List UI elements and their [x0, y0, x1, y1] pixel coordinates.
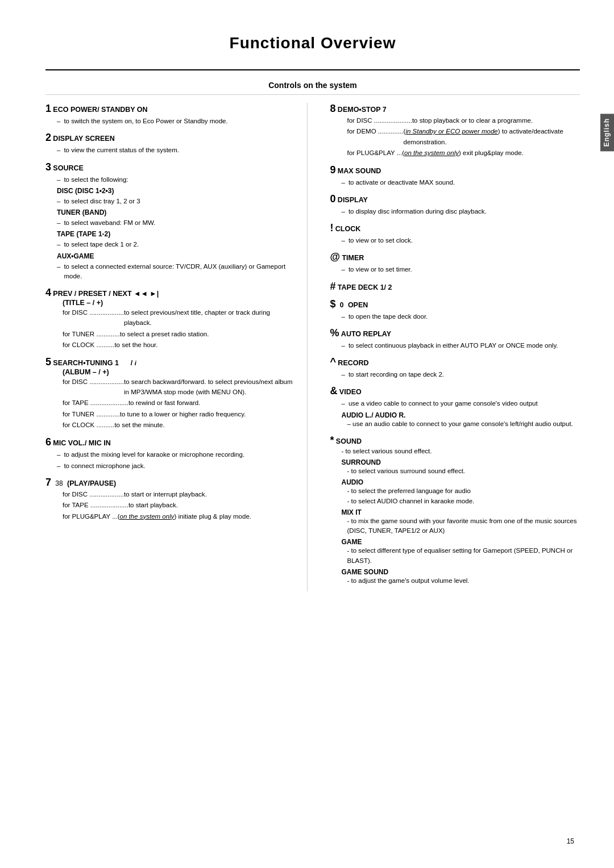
item-4-for3: for CLOCK .......... to set the hour.	[63, 340, 296, 350]
item-record-desc: – to start recording on tape deck 2.	[342, 370, 580, 379]
item-audio-desc2: - to select AUDIO channel in karaoke mod…	[347, 496, 580, 506]
item-3-text: to select the following:	[64, 175, 128, 185]
item-2-desc: – to view the current status of the syst…	[57, 145, 296, 155]
for-label: for TUNER .............	[63, 409, 120, 419]
item-audio-header: AUDIO	[342, 478, 580, 486]
dash-icon: –	[342, 341, 345, 350]
item-8-for3: for PLUG&PLAY ... (on the system only) e…	[347, 148, 580, 158]
item-3-sub4-desc: – to select a connected external source:…	[57, 262, 296, 282]
language-label: English	[600, 114, 614, 151]
item-7-sub-num: 38	[55, 479, 63, 487]
item-3-sub2-desc: – to select waveband: FM or MW.	[57, 218, 296, 228]
item-1-header: ECO POWER/ STANDBY ON	[53, 106, 147, 114]
item-timer-desc: – to view or to set timer.	[342, 265, 580, 274]
dash-icon: –	[342, 312, 345, 322]
for-text: to search backward/forward. to select pr…	[124, 377, 296, 398]
for-text: to set the minute.	[114, 420, 295, 430]
item-8-for2: for DEMO .............. (in Standby or E…	[347, 126, 580, 147]
dash-icon: –	[342, 265, 345, 274]
for-text: to rewind or fast forward.	[128, 398, 296, 408]
item-6-text1: to adjust the mixing level for karaoke o…	[64, 450, 244, 460]
for-label: for PLUG&PLAY ...	[63, 511, 118, 521]
item-6-number: 6	[45, 436, 51, 448]
item-7-for2: for TAPE ..................... to start …	[63, 500, 296, 510]
item-7-number: 7	[45, 477, 51, 488]
item-timer-text: to view or to set timer.	[349, 265, 412, 274]
item-game-desc: - to select different type of equaliser …	[347, 546, 580, 566]
item-6-header: MIC VOL./ MIC IN	[53, 439, 110, 447]
for-text: to start or interrupt playback.	[124, 489, 296, 499]
item-5-number: 5	[45, 356, 51, 368]
dash-icon: –	[57, 116, 60, 126]
item-audio-subheader: AUDIO L./ AUDIO R.	[342, 411, 580, 419]
for-text: (on the system only) initiate plug & pla…	[118, 511, 296, 521]
item-1-desc: – to switch the system on, to Eco Power …	[57, 116, 296, 126]
for-label: for DISC ...................	[63, 489, 124, 499]
item-gamesound-desc: - to adjust the game's output volume lev…	[347, 576, 580, 586]
for-text: to set the hour.	[114, 340, 295, 350]
item-surround-desc: - to select various surround sound effec…	[347, 466, 580, 476]
item-2: 2 DISPLAY SCREEN – to view the current s…	[45, 132, 296, 155]
item-sound: * SOUND - to select various sound effect…	[330, 435, 580, 586]
item-video-desc: – use a video cable to connect to your g…	[342, 399, 580, 408]
dash-icon: –	[57, 175, 60, 185]
item-3-sub4-text: to select a connected external source: T…	[64, 262, 295, 282]
item-3-number: 3	[45, 161, 51, 173]
for-text: (on the system only) exit plug&play mode…	[402, 148, 580, 158]
item-clock-desc: – to view or to set clock.	[342, 236, 580, 245]
item-autoreplay-text: to select continuous playback in either …	[349, 341, 558, 350]
main-content: 1 ECO POWER/ STANDBY ON – to switch the …	[45, 103, 580, 591]
right-column: 8 DEMO•STOP 7 for DISC .................…	[330, 103, 580, 591]
item-3-sub2-header: TUNER (BAND)	[57, 208, 296, 216]
item-6-desc2: – to connect microphone jack.	[57, 461, 296, 471]
item-tapedeck-header: TAPE DECK 1/ 2	[338, 283, 392, 291]
item-0-number: 0	[330, 193, 336, 205]
item-1: 1 ECO POWER/ STANDBY ON – to switch the …	[45, 103, 296, 126]
for-text: to start playback.	[128, 500, 296, 510]
item-6-desc1: – to adjust the mixing level for karaoke…	[57, 450, 296, 460]
item-3-sub2-text: to select waveband: FM or MW.	[64, 218, 155, 228]
dash-icon: –	[342, 399, 345, 408]
item-7: 7 38 (PLAY/PAUSE) for DISC .............…	[45, 477, 296, 521]
item-4-for1: for DISC ................... to select p…	[63, 307, 296, 328]
for-text: to select previous/next title, chapter o…	[124, 307, 296, 328]
item-open-text: to open the tape deck door.	[349, 312, 428, 322]
item-sound-header: SOUND	[336, 437, 362, 445]
for-label: for TAPE .....................	[63, 398, 128, 408]
item-mixit-desc: - to mix the game sound with your favori…	[347, 516, 580, 536]
item-2-text: to view the current status of the system…	[64, 145, 179, 155]
dash-icon: –	[342, 207, 345, 216]
item-3-desc: – to select the following:	[57, 175, 296, 185]
for-text: (in Standby or ECO power mode) to activa…	[404, 126, 580, 147]
item-4: 4 PREV / PRESET / NEXT ◄◄ ►| (TITLE – / …	[45, 287, 296, 350]
for-text: to select a preset radio station.	[120, 329, 296, 339]
item-autoreplay-desc: – to select continuous playback in eithe…	[342, 341, 580, 350]
item-4-for2: for TUNER ............. to select a pres…	[63, 329, 296, 339]
item-video-number: &	[330, 385, 338, 397]
item-surround-header: SURROUND	[342, 458, 580, 466]
dash-icon: –	[57, 262, 60, 282]
for-label: for PLUG&PLAY ...	[347, 148, 403, 158]
item-record-header: RECORD	[338, 359, 368, 367]
left-column: 1 ECO POWER/ STANDBY ON – to switch the …	[45, 103, 308, 591]
item-7-header: (PLAY/PAUSE)	[67, 479, 116, 487]
item-3-sub3-text: to select tape deck 1 or 2.	[64, 240, 139, 249]
for-label: for DISC ...................	[63, 377, 124, 398]
item-3-sub3-desc: – to select tape deck 1 or 2.	[57, 240, 296, 249]
item-open-desc: – to open the tape deck door.	[342, 312, 580, 322]
page-number: 15	[567, 837, 574, 845]
item-8-for1: for DISC ..................... to stop p…	[347, 115, 580, 126]
item-open-header: OPEN	[348, 301, 368, 309]
item-9: 9 MAX SOUND – to activate or deactivate …	[330, 164, 580, 187]
item-6: 6 MIC VOL./ MIC IN – to adjust the mixin…	[45, 436, 296, 471]
item-autoreplay-number: %	[330, 327, 339, 339]
item-autoreplay-header: AUTO REPLAY	[341, 330, 391, 338]
item-3-sub1-header: DISC (DISC 1•2•3)	[57, 187, 296, 195]
item-clock-number: !	[330, 222, 334, 233]
for-label: for DISC ...................	[63, 307, 124, 328]
item-3: 3 SOURCE – to select the following: DISC…	[45, 161, 296, 282]
item-0-desc: – to display disc information during dis…	[342, 207, 580, 216]
for-label: for DEMO ..............	[347, 126, 404, 147]
item-audio-desc: – use an audio cable to connect to your …	[347, 419, 580, 429]
item-0-header: DISPLAY	[338, 196, 368, 204]
